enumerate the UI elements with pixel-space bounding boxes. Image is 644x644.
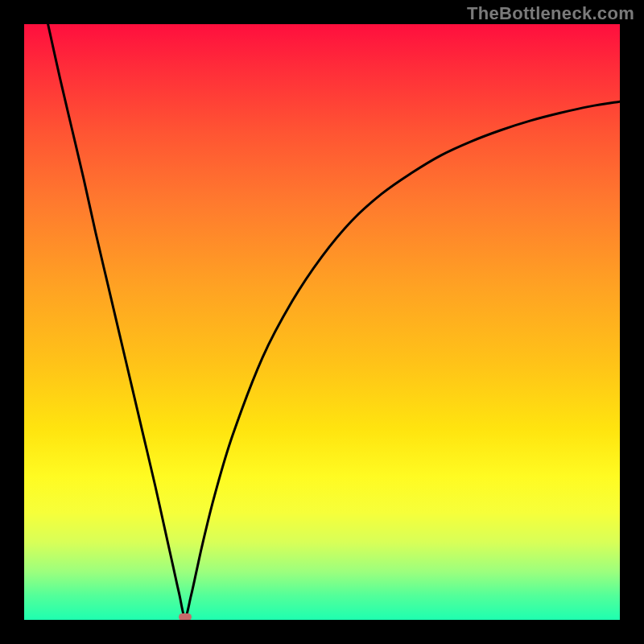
watermark-text: TheBottleneck.com [467,3,634,24]
bottleneck-curve [48,24,620,617]
plot-area [24,24,620,620]
chart-frame: TheBottleneck.com [0,0,644,644]
curve-layer [24,24,620,620]
minimum-marker [179,613,192,620]
